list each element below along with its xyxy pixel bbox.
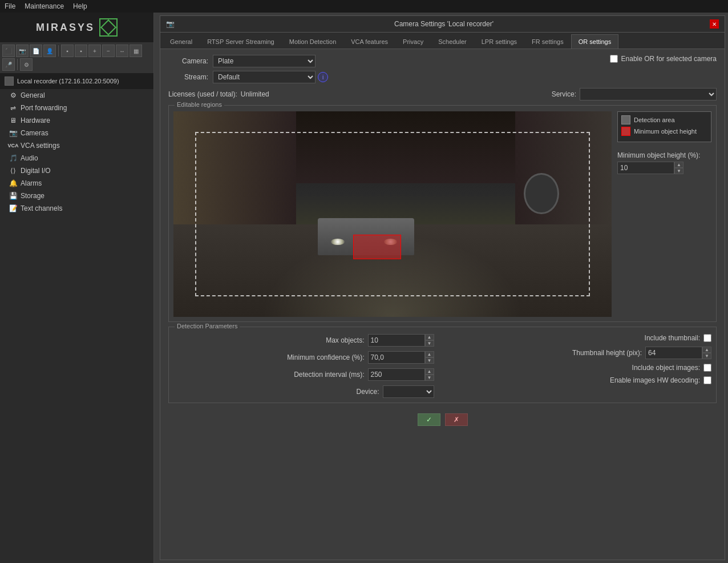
min-height-input[interactable] [617,162,674,174]
tab-motion[interactable]: Motion Detection [282,34,344,49]
tb-mic-btn[interactable]: 🎤 [2,58,15,71]
tab-rtsp[interactable]: RTSP Server Streaming [200,34,282,49]
tb-user-btn[interactable]: 👤 [43,45,56,57]
tab-fr[interactable]: FR settings [524,34,571,49]
max-objects-up-button[interactable]: ▲ [425,334,434,340]
detection-interval-down-button[interactable]: ▼ [425,375,434,381]
device-label: Device: [173,388,379,396]
include-thumbnail-row: Include thumbnail: [451,334,712,342]
video-area [173,111,612,317]
min-confidence-row: Minimum confidence (%): ▲ ▼ [173,351,434,364]
include-object-images-checkbox[interactable] [703,364,711,372]
port-icon: ⇌ [9,104,17,112]
thumbnail-height-label: Thumbnail height (pix): [451,349,642,357]
sidebar-item-alarms[interactable]: 🔔 Alarms [0,177,153,190]
min-height-up-button[interactable]: ▲ [674,162,683,168]
stream-label: Stream: [168,73,208,81]
thumbnail-height-input[interactable] [645,347,702,359]
enable-hw-decoding-checkbox[interactable] [703,376,711,384]
tb-sq2-btn[interactable]: ▪ [75,45,87,57]
service-select[interactable] [580,88,717,100]
max-objects-spin-buttons: ▲ ▼ [425,334,434,347]
detection-interval-up-button[interactable]: ▲ [425,368,434,375]
min-confidence-spinbox: ▲ ▼ [368,351,434,364]
tab-general[interactable]: General [163,34,200,49]
tb-arr-btn[interactable]: ↔ [116,45,128,57]
sidebar-item-digitalio[interactable]: ⟨⟩ Digital I/O [0,164,153,177]
service-row: Service: [552,88,717,100]
sidebar-label-textchannels: Text channels [21,204,62,212]
max-objects-row: Max objects: ▲ ▼ [173,334,434,347]
camera-select[interactable]: Plate [213,55,316,67]
tab-scheduler[interactable]: Scheduler [431,34,474,49]
tb-camera-btn[interactable]: 📷 [16,45,29,57]
tb-sq1-btn[interactable]: ▪ [61,45,74,57]
editable-regions-title: Editable regions [175,101,224,108]
min-height-legend: Minimum object height [634,128,697,135]
tb-settings-btn[interactable]: ⚙ [20,58,33,71]
thumbnail-height-row: Thumbnail height (pix): ▲ ▼ [451,347,712,359]
legend-controls: Detection area Minimum object height Min… [617,111,711,317]
sidebar-label-digitalio: Digital I/O [21,167,51,175]
sidebar-item-portforwarding[interactable]: ⇌ Port forwarding [0,102,153,114]
stream-select[interactable]: Default [213,71,316,83]
menu-file[interactable]: File [5,2,15,10]
tb-grid-btn[interactable]: ▦ [130,45,142,57]
max-objects-down-button[interactable]: ▼ [425,340,434,347]
sidebar-label-hardware: Hardware [21,116,50,124]
legend-item-detection: Detection area [621,115,707,124]
tb-add-btn[interactable]: + [88,45,101,57]
device-row: Device: [173,385,434,398]
tb-sep1 [58,45,59,57]
sidebar-item-vcasettings[interactable]: VCA VCA settings [0,139,153,152]
enable-hw-decoding-label: Enable images HW decoding: [451,376,701,384]
tree-header[interactable]: Local recorder (172.16.102.20:5009) [0,73,153,89]
sidebar-item-audio[interactable]: 🎵 Audio [0,152,153,164]
tb-monitor-btn[interactable]: ⬛ [2,45,15,57]
sidebar-item-general[interactable]: ⚙ General [0,89,153,102]
menu-help[interactable]: Help [73,2,87,10]
thumbnail-height-spin-buttons: ▲ ▼ [702,347,711,359]
detection-area-legend: Detection area [634,116,675,123]
tb-doc-btn[interactable]: 📄 [30,45,42,57]
include-thumbnail-checkbox[interactable] [703,334,711,342]
sidebar-item-cameras[interactable]: 📷 Cameras [0,127,153,139]
thumbnail-height-down-button[interactable]: ▼ [702,353,711,359]
menu-maintenance[interactable]: Maintenance [25,2,64,10]
min-height-down-button[interactable]: ▼ [674,168,683,174]
info-button[interactable]: i [318,72,328,82]
dialog-title-bar: 📷 Camera Settings 'Local recorder' ✕ [160,16,725,33]
min-confidence-up-button[interactable]: ▲ [425,351,434,357]
tab-privacy[interactable]: Privacy [395,34,431,49]
tb-rem-btn[interactable]: − [102,45,115,57]
device-select[interactable] [383,385,434,398]
dialog-title-icon: 📷 [166,20,175,28]
min-confidence-label: Minimum confidence (%): [173,353,365,361]
tab-vca[interactable]: VCA features [343,34,395,49]
detection-interval-label: Detection interval (ms): [173,371,365,379]
include-object-images-row: Include object images: [451,364,712,372]
tab-lpr[interactable]: LPR settings [474,34,524,49]
min-confidence-down-button[interactable]: ▼ [425,357,434,364]
min-height-color [621,127,630,136]
min-height-spin-buttons: ▲ ▼ [674,162,683,174]
sidebar-item-storage[interactable]: 💾 Storage [0,190,153,202]
sidebar-item-hardware[interactable]: 🖥 Hardware [0,114,153,127]
service-label: Service: [552,90,576,98]
tab-or[interactable]: OR settings [571,34,618,49]
detection-interval-input[interactable] [368,368,425,381]
ok-button[interactable]: ✓ [418,413,440,426]
dialog: 📷 Camera Settings 'Local recorder' ✕ Gen… [160,15,725,560]
dialog-close-button[interactable]: ✕ [710,19,719,29]
max-objects-input[interactable] [368,334,425,347]
stream-row: Stream: Default i [168,71,328,83]
settings-content: Camera: Plate Stream: Default i [160,49,725,403]
enable-or-checkbox[interactable] [610,55,618,63]
dialog-title-text: Camera Settings 'Local recorder' [394,20,494,28]
cancel-button[interactable]: ✗ [445,413,468,426]
sidebar-item-textchannels[interactable]: 📝 Text channels [0,202,153,215]
thumbnail-height-up-button[interactable]: ▲ [702,347,711,353]
min-confidence-input[interactable] [368,351,425,364]
params-left: Max objects: ▲ ▼ Minimum confidence (%): [173,334,434,398]
min-height-control: Minimum object height (%): ▲ ▼ [617,151,711,174]
